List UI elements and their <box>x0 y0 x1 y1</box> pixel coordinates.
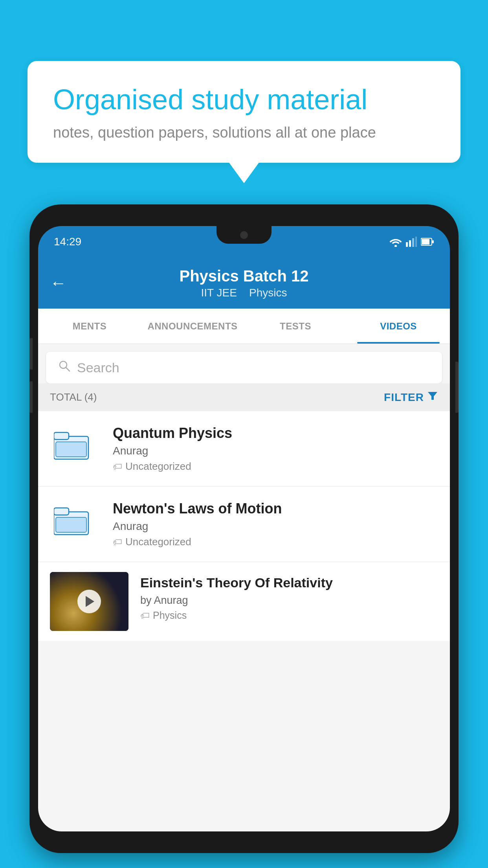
search-icon <box>58 359 71 376</box>
back-button[interactable]: ← <box>50 274 66 292</box>
header-subtitle-iit: IIT JEE <box>201 287 237 299</box>
bubble-subtitle: notes, question papers, solutions all at… <box>53 124 435 141</box>
svg-rect-4 <box>415 237 417 247</box>
tabs-bar: MENTS ANNOUNCEMENTS TESTS VIDEOS <box>38 309 450 344</box>
total-count: TOTAL (4) <box>50 391 97 403</box>
header-subtitle: IIT JEE Physics <box>201 287 287 299</box>
filter-icon <box>427 390 438 404</box>
volume-up-button <box>29 338 33 370</box>
status-time: 14:29 <box>54 235 81 248</box>
wifi-icon <box>389 237 402 247</box>
item-tag-quantum: 🏷 Uncategorized <box>113 460 438 473</box>
item-title-einstein: Einstein's Theory Of Relativity <box>140 574 438 591</box>
folder-icon-quantum <box>54 429 97 469</box>
tag-icon: 🏷 <box>140 610 150 621</box>
svg-rect-16 <box>56 517 86 532</box>
filter-label: FILTER <box>384 391 424 404</box>
svg-rect-1 <box>406 242 408 247</box>
svg-rect-12 <box>54 432 69 440</box>
tag-icon: 🏷 <box>113 461 122 472</box>
item-title-quantum: Quantum Physics <box>113 425 438 441</box>
item-author-quantum: Anurag <box>113 445 438 457</box>
bubble-title: Organised study material <box>53 83 435 116</box>
svg-rect-7 <box>432 240 434 243</box>
svg-marker-10 <box>428 392 437 400</box>
item-info-einstein: Einstein's Theory Of Relativity by Anura… <box>140 572 438 621</box>
play-icon <box>86 596 94 607</box>
tab-ments[interactable]: MENTS <box>38 309 141 344</box>
list-item[interactable]: Quantum Physics Anurag 🏷 Uncategorized <box>38 411 450 487</box>
app-header: ← Physics Batch 12 IIT JEE Physics <box>38 257 450 309</box>
item-tag-einstein: 🏷 Physics <box>140 610 438 621</box>
battery-icon <box>421 237 434 246</box>
video-list: Quantum Physics Anurag 🏷 Uncategorized <box>38 411 450 641</box>
item-author-einstein: by Anurag <box>140 594 438 607</box>
item-info-newton: Newton's Laws of Motion Anurag 🏷 Uncateg… <box>113 500 438 548</box>
content-area: Search TOTAL (4) FILTER <box>38 344 450 831</box>
tab-tests[interactable]: TESTS <box>244 309 347 344</box>
svg-rect-2 <box>409 240 411 247</box>
item-title-newton: Newton's Laws of Motion <box>113 500 438 517</box>
header-subtitle-physics: Physics <box>249 287 287 299</box>
signal-icon <box>406 237 417 247</box>
item-author-newton: Anurag <box>113 520 438 533</box>
front-camera <box>240 231 248 239</box>
svg-point-0 <box>394 245 397 247</box>
phone-notch <box>216 226 272 244</box>
search-placeholder: Search <box>77 360 119 375</box>
item-tag-newton: 🏷 Uncategorized <box>113 536 438 548</box>
list-item[interactable]: Einstein's Theory Of Relativity by Anura… <box>38 562 450 641</box>
tag-icon: 🏷 <box>113 537 122 548</box>
play-button[interactable] <box>77 590 101 613</box>
item-thumbnail-newton <box>50 503 101 546</box>
filter-button[interactable]: FILTER <box>384 390 438 404</box>
svg-rect-15 <box>54 508 69 515</box>
header-title: Physics Batch 12 <box>179 267 308 285</box>
folder-icon-newton <box>54 505 97 544</box>
phone-frame: 14:29 ← Physics Bat <box>29 204 459 853</box>
svg-rect-6 <box>422 239 429 245</box>
tab-announcements[interactable]: ANNOUNCEMENTS <box>141 309 244 344</box>
svg-rect-13 <box>56 442 86 457</box>
item-info-quantum: Quantum Physics Anurag 🏷 Uncategorized <box>113 425 438 473</box>
svg-line-9 <box>66 368 70 371</box>
search-bar[interactable]: Search <box>46 352 442 383</box>
volume-down-button <box>29 381 33 413</box>
svg-rect-3 <box>412 238 414 247</box>
status-icons <box>389 237 434 247</box>
item-thumbnail-einstein <box>50 572 128 631</box>
speech-bubble: Organised study material notes, question… <box>28 61 460 163</box>
filter-row: TOTAL (4) FILTER <box>38 383 450 411</box>
item-thumbnail-quantum <box>50 427 101 471</box>
power-button <box>455 362 459 413</box>
list-item[interactable]: Newton's Laws of Motion Anurag 🏷 Uncateg… <box>38 487 450 562</box>
tab-videos[interactable]: VIDEOS <box>347 309 450 344</box>
